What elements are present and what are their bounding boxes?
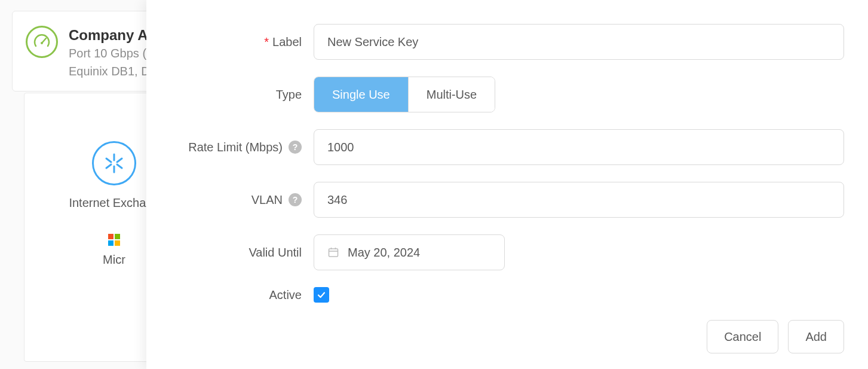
type-label: Type bbox=[276, 88, 302, 102]
modal-footer: Cancel Add bbox=[707, 320, 844, 353]
rate-limit-input[interactable] bbox=[314, 129, 844, 165]
port-title: Company A bbox=[69, 26, 157, 44]
valid-until-input[interactable]: May 20, 2024 bbox=[314, 234, 505, 270]
active-checkbox[interactable] bbox=[314, 287, 329, 303]
gauge-icon bbox=[26, 26, 58, 58]
active-label: Active bbox=[269, 288, 302, 302]
valid-until-label: Valid Until bbox=[249, 246, 302, 260]
vlan-label: VLAN bbox=[251, 193, 283, 207]
port-text: Company A Port 10 Gbps (0 Equinix DB1, D… bbox=[69, 26, 157, 80]
label-input[interactable] bbox=[314, 24, 844, 60]
help-icon[interactable]: ? bbox=[289, 193, 302, 206]
svg-rect-8 bbox=[329, 249, 338, 257]
type-single-use-button[interactable]: Single Use bbox=[314, 77, 408, 112]
microsoft-icon bbox=[108, 234, 120, 246]
service-key-modal: * Label Type Single Use Multi-Use Rate L… bbox=[146, 0, 868, 369]
port-subtitle-2: Equinix DB1, Du bbox=[69, 62, 157, 80]
type-multi-use-button[interactable]: Multi-Use bbox=[408, 77, 495, 112]
port-subtitle-1: Port 10 Gbps (0 bbox=[69, 44, 157, 62]
cancel-button[interactable]: Cancel bbox=[707, 320, 778, 353]
internet-exchange-icon bbox=[92, 141, 136, 185]
svg-point-7 bbox=[41, 42, 43, 44]
svg-line-2 bbox=[106, 158, 111, 162]
help-icon[interactable]: ? bbox=[289, 141, 302, 154]
svg-line-4 bbox=[106, 164, 111, 168]
svg-line-3 bbox=[117, 164, 122, 168]
label-label: Label bbox=[272, 35, 302, 49]
calendar-icon bbox=[327, 246, 339, 258]
type-segmented-control: Single Use Multi-Use bbox=[314, 77, 495, 112]
vlan-input[interactable] bbox=[314, 182, 844, 218]
svg-line-5 bbox=[117, 158, 122, 162]
required-marker: * bbox=[264, 35, 269, 49]
rate-limit-label: Rate Limit (Mbps) bbox=[188, 141, 283, 154]
add-button[interactable]: Add bbox=[788, 320, 844, 353]
valid-until-value: May 20, 2024 bbox=[348, 246, 420, 260]
